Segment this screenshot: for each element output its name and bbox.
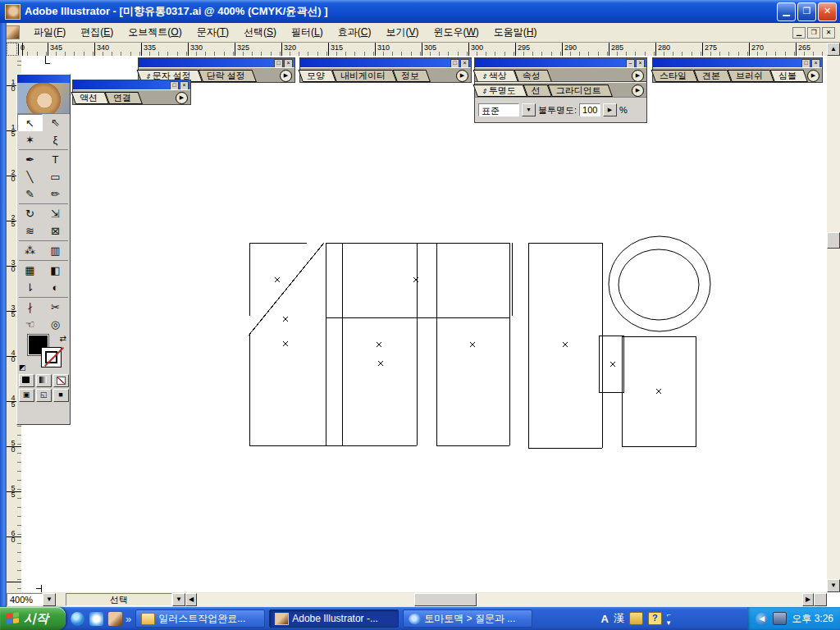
palette-tab[interactable]: 스타일 bbox=[655, 70, 698, 82]
palette-tab[interactable]: 액션 bbox=[75, 92, 109, 104]
pencil-tool-icon[interactable]: ✏ bbox=[43, 185, 68, 203]
graph-tool-icon[interactable]: ▥ bbox=[43, 242, 68, 259]
palette-tab[interactable]: 견본 bbox=[698, 70, 732, 82]
ime-pad-icon[interactable] bbox=[629, 612, 643, 625]
palette-tab[interactable]: 내비게이터 bbox=[336, 70, 397, 82]
artboard-canvas[interactable] bbox=[21, 56, 827, 592]
menu-item-s[interactable]: 선택(S) bbox=[236, 24, 284, 41]
zoom-level-field[interactable]: 400% bbox=[7, 593, 43, 606]
scroll-right-icon[interactable]: ▶ bbox=[802, 593, 814, 606]
palette-tab[interactable]: ⇕색상 bbox=[477, 70, 518, 82]
blend-mode-dropdown-icon[interactable]: ▼ bbox=[522, 103, 536, 116]
free-transform-tool-icon[interactable]: ⊠ bbox=[43, 222, 68, 240]
menu-item-f[interactable]: 파일(F) bbox=[26, 24, 73, 41]
palette-tab[interactable]: 연결 bbox=[109, 92, 143, 104]
palette-menu-button[interactable]: ▶ bbox=[176, 92, 188, 104]
menu-item-v[interactable]: 보기(V) bbox=[378, 24, 426, 41]
minimize-button[interactable]: ▁ bbox=[777, 2, 796, 21]
palette-tab[interactable]: 그라디언트 bbox=[552, 84, 613, 97]
lasso-tool-icon[interactable]: ξ bbox=[43, 131, 68, 148]
zoom-tool-icon[interactable]: ◎ bbox=[43, 316, 68, 333]
palette-tab[interactable]: 브러쉬 bbox=[732, 70, 774, 82]
paintbrush-tool-icon[interactable]: ✎ bbox=[17, 185, 43, 203]
palette-tab[interactable]: 단락 설정 bbox=[203, 70, 257, 82]
blend-tool-icon[interactable]: ◐ bbox=[43, 279, 68, 296]
fullscreen-mode-button[interactable]: ■ bbox=[53, 389, 69, 402]
zoom-dropdown-icon[interactable]: ▼ bbox=[43, 593, 56, 606]
ime-latin-icon[interactable]: A bbox=[600, 613, 608, 625]
horizontal-scroll-thumb[interactable] bbox=[414, 593, 477, 606]
ruler-origin-box[interactable] bbox=[7, 43, 17, 56]
slice-tool-icon[interactable]: ∤ bbox=[17, 299, 43, 316]
mdi-minimize-button[interactable]: ▁ bbox=[792, 27, 806, 39]
toolbox-titlebar[interactable] bbox=[17, 75, 70, 83]
scroll-down-icon[interactable]: ▼ bbox=[827, 579, 840, 592]
stroke-color-swatch[interactable] bbox=[41, 347, 62, 368]
ie-launcher-icon[interactable] bbox=[89, 612, 103, 626]
gradient-button[interactable] bbox=[36, 374, 52, 387]
internet-globe-icon[interactable] bbox=[71, 612, 84, 626]
palette-menu-button[interactable]: ▶ bbox=[456, 70, 468, 82]
warp-tool-icon[interactable]: ≋ bbox=[17, 222, 43, 240]
ime-help-icon[interactable]: ? bbox=[648, 612, 662, 625]
maximize-button[interactable]: ❐ bbox=[797, 2, 816, 21]
display-settings-icon[interactable] bbox=[773, 612, 787, 625]
palette-menu-button[interactable]: ▶ bbox=[632, 70, 644, 82]
type-tool-icon[interactable]: T bbox=[43, 151, 68, 168]
taskbar-task-internet-explorer[interactable]: 토마토맥 > 질문과 ... bbox=[403, 609, 532, 628]
palette-titlebar[interactable]: □ × bbox=[139, 58, 294, 67]
horizontal-scrollbar[interactable] bbox=[197, 593, 802, 606]
opacity-slider-icon[interactable]: ▶ bbox=[603, 103, 617, 116]
symbol-sprayer-tool-icon[interactable]: ⁂ bbox=[17, 242, 43, 259]
status-field[interactable]: 선택 bbox=[66, 593, 172, 606]
palette-menu-button[interactable]: ▶ bbox=[632, 84, 644, 97]
menu-item-e[interactable]: 편집(E) bbox=[73, 24, 121, 41]
palette-titlebar[interactable]: □ × bbox=[653, 58, 822, 67]
palette-titlebar[interactable]: – × bbox=[475, 58, 646, 67]
palette-tab[interactable]: 심볼 bbox=[774, 70, 808, 82]
direct-selection-tool-icon[interactable]: ⇖ bbox=[43, 114, 68, 131]
menu-item-t[interactable]: 문자(T) bbox=[189, 24, 236, 41]
menu-item-l[interactable]: 필터(L) bbox=[284, 24, 331, 41]
collapse-arrows-icon[interactable]: ⇕ bbox=[482, 88, 487, 95]
vertical-scroll-thumb[interactable] bbox=[827, 232, 840, 249]
hand-tool-icon[interactable]: ☜ bbox=[17, 316, 43, 333]
palette-menu-button[interactable]: ▶ bbox=[280, 70, 292, 82]
opacity-input[interactable]: 100 bbox=[579, 103, 600, 116]
scale-tool-icon[interactable]: ⇲ bbox=[43, 205, 68, 222]
status-dropdown-icon[interactable]: ▼ bbox=[172, 593, 185, 606]
swap-fill-stroke-icon[interactable]: ⇄ bbox=[60, 334, 66, 343]
magic-wand-tool-icon[interactable]: ✶ bbox=[17, 131, 43, 148]
gradient-tool-icon[interactable]: ◧ bbox=[43, 262, 68, 279]
blend-mode-select[interactable]: 표준 bbox=[478, 103, 519, 116]
palette-menu-button[interactable]: ▶ bbox=[807, 70, 819, 82]
mdi-restore-button[interactable]: ❐ bbox=[807, 27, 820, 39]
menu-item-h[interactable]: 도움말(H) bbox=[486, 24, 545, 41]
scissors-tool-icon[interactable]: ✂ bbox=[43, 299, 68, 316]
scroll-up-icon[interactable]: ▲ bbox=[827, 43, 840, 56]
selection-tool-icon[interactable]: ↖ bbox=[17, 114, 43, 131]
palette-tab[interactable]: ⇕투명도 bbox=[477, 84, 527, 97]
line-segment-tool-icon[interactable]: ╲ bbox=[17, 168, 43, 185]
menu-item-w[interactable]: 윈도우(W) bbox=[426, 24, 486, 41]
scroll-left-icon[interactable]: ◀ bbox=[185, 593, 197, 606]
palette-titlebar[interactable]: □ × bbox=[73, 80, 190, 89]
default-fill-stroke-icon[interactable]: ◩ bbox=[19, 363, 26, 372]
close-button[interactable]: ✕ bbox=[818, 2, 837, 21]
color-button[interactable] bbox=[19, 374, 34, 387]
fullscreen-menu-mode-button[interactable]: ◱ bbox=[36, 389, 52, 402]
none-button[interactable] bbox=[53, 374, 69, 387]
eyedropper-tool-icon[interactable]: ⇂ bbox=[17, 279, 43, 296]
quick-launch-chevron[interactable]: » bbox=[126, 613, 131, 625]
mesh-tool-icon[interactable]: ▦ bbox=[17, 262, 43, 279]
taskbar-task-folder[interactable]: 일러스트작업완료... bbox=[135, 609, 265, 628]
menu-item-o[interactable]: 오브젝트(O) bbox=[121, 24, 189, 41]
start-button[interactable]: 시작 bbox=[0, 607, 66, 630]
vertical-scrollbar[interactable]: ▲ ▼ bbox=[827, 43, 840, 592]
rotate-tool-icon[interactable]: ↻ bbox=[17, 205, 43, 222]
collapse-arrows-icon[interactable]: ⇕ bbox=[482, 73, 487, 80]
pen-tool-icon[interactable]: ✒ bbox=[17, 151, 43, 168]
language-bar-options-icon[interactable]: ⌐▾ bbox=[667, 610, 671, 627]
palette-tab[interactable]: 정보 bbox=[397, 70, 431, 82]
rectangle-tool-icon[interactable]: ▭ bbox=[43, 168, 68, 185]
